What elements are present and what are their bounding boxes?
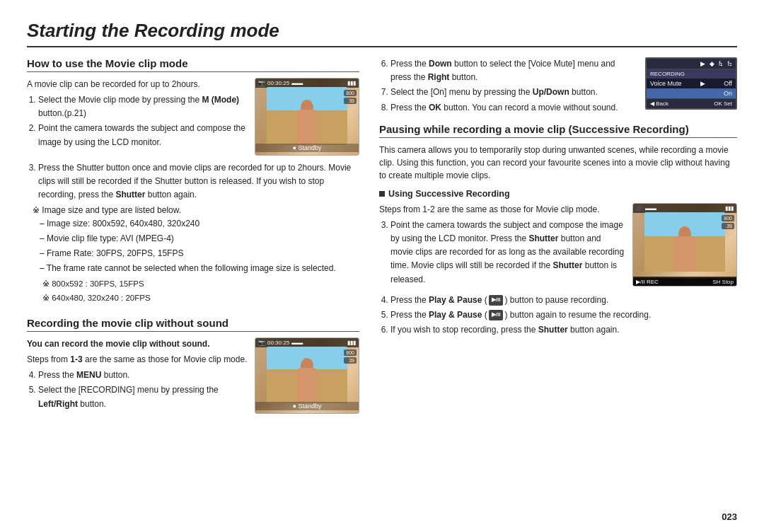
rec-play-label: ▶/II REC <box>636 279 659 285</box>
continued-steps-text: Press the Down button to select the [Voi… <box>379 57 638 116</box>
section2-steps-intro: Steps from 1-3 are the same as those for… <box>27 353 248 366</box>
rec-controls: ▶/II REC SH Stop <box>633 278 736 286</box>
section-pausing: Pausing while recording a movie clip (Su… <box>379 123 737 337</box>
note-640x480: 640x480, 320x240 : 20FPS <box>42 291 359 304</box>
person-body-2 <box>296 368 318 403</box>
rec-person-silhouette <box>644 212 725 272</box>
rec-person-body <box>674 236 695 272</box>
menu-icon-1: ▶ <box>700 60 705 67</box>
menu-screen: ▶ ◆ f₁ f₂ RECORDING Voice Mute ▶ Off On <box>645 57 737 110</box>
square-bullet-icon <box>379 191 385 197</box>
step-3: Press the Shutter button once and movie … <box>38 161 359 202</box>
pausing-steps-list: Point the camera towards the subject and… <box>379 219 625 287</box>
step-7: Select the [On] menu by pressing the Up/… <box>390 86 638 99</box>
pausing-steps-row: Steps from 1-2 are the same as those for… <box>379 203 737 288</box>
using-successive-title: Using Successive Recording <box>379 189 737 199</box>
using-successive-block: Using Successive Recording Steps from 1-… <box>379 189 737 337</box>
camera-image-1: 📷 00:30:25 ▬▬ ▮▮▮ 800 39 <box>255 78 359 156</box>
camera-standby-2: ● Standby <box>255 402 359 410</box>
camera-standby-1: ● Standby <box>255 144 359 152</box>
pausing-intro: This camera allows you to temporarily st… <box>379 144 737 182</box>
menu-icon-4: f₂ <box>727 60 732 67</box>
on-value: On <box>724 90 732 97</box>
camera-time-2: 00:30:25 <box>267 340 289 346</box>
note-frame-rate: Frame Rate: 30FPS, 20FPS, 15FPS <box>40 247 359 260</box>
frames-value-2: 39 <box>344 357 357 364</box>
section-no-sound: Recording the movie clip without sound Y… <box>27 317 359 414</box>
camera-side-icons-1: 800 39 <box>344 90 357 104</box>
resolution-value: 800 <box>344 90 357 96</box>
note-image-size: Image size: 800x592, 640x480, 320x240 <box>40 217 359 231</box>
page-title: Starting the Recording mode <box>27 20 737 47</box>
page-number: 023 <box>722 511 737 522</box>
camera-time: 00:30:25 <box>267 80 289 86</box>
rec-camera-overlay: 🎥 ▬▬ ▮▮▮ <box>633 204 736 213</box>
person-silhouette-2 <box>267 347 347 403</box>
rec-camera-battery: ▮▮▮ <box>725 205 734 212</box>
person-body <box>296 110 318 145</box>
menu-icon-2: ◆ <box>710 60 714 67</box>
step-6: Press the Down button to select the [Voi… <box>390 57 638 84</box>
rec-side-icons: 800 39 <box>722 215 734 229</box>
play-pause-button-icon-2: ▶/II <box>489 310 504 320</box>
section2-intro-text: You can record the movie clip without so… <box>27 337 248 412</box>
final-step-6: If you wish to stop recording, press the… <box>390 323 737 337</box>
note-list: Image size and type are listed below. Im… <box>27 204 359 305</box>
camera-side-icons-2: 800 39 <box>344 349 357 364</box>
section-pausing-title: Pausing while recording a movie clip (Su… <box>379 123 737 138</box>
section1-intro-row: A movie clip can be recorded for up to 2… <box>27 78 359 156</box>
final-step-4: Press the Play & Pause (▶/II) button to … <box>390 294 737 307</box>
section2-bold-intro: You can record the movie clip without so… <box>27 337 248 350</box>
rec-resolution: 800 <box>722 215 734 221</box>
camera-mode-icon: 📷 <box>258 80 265 86</box>
pausing-steps-text: Steps from 1-2 are the same as those for… <box>379 203 625 288</box>
section-movie-clip-mode: How to use the Movie clip mode A movie c… <box>27 57 359 304</box>
step-1: Select the Movie clip mode by pressing t… <box>38 93 248 120</box>
steps-6-8: Press the Down button to select the [Voi… <box>379 57 638 115</box>
camera-bar: ▬▬ <box>291 80 303 86</box>
recording-camera: 🎥 ▬▬ ▮▮▮ 800 39 <box>632 203 737 287</box>
resolution-value-2: 800 <box>344 349 357 356</box>
step-4: Press the MENU button. <box>38 369 248 382</box>
right-column: Press the Down button to select the [Voi… <box>379 57 737 427</box>
camera-mode-icon-2: 📷 <box>258 340 265 346</box>
person-silhouette-1 <box>267 87 347 145</box>
two-column-layout: How to use the Movie clip mode A movie c… <box>27 57 737 427</box>
final-step-5: Press the Play & Pause (▶/II) button aga… <box>390 308 737 322</box>
using-successive-label: Using Successive Recording <box>388 189 510 199</box>
rec-stop-label: SH Stop <box>712 279 734 285</box>
rec-camera-mode: 🎥 <box>636 205 643 212</box>
camera-battery: ▮▮▮ <box>347 80 356 86</box>
menu-row-on: On <box>647 88 736 98</box>
menu-area: Press the Down button to select the [Voi… <box>379 57 737 116</box>
section1-steps: Select the Movie clip mode by pressing t… <box>27 93 248 149</box>
section1-intro-text: A movie clip can be recorded for up to 2… <box>27 78 248 151</box>
pausing-steps-intro: Steps from 1-2 are the same as those for… <box>379 203 625 216</box>
play-pause-button-icon-1: ▶/II <box>489 295 504 306</box>
section1-title: How to use the Movie clip mode <box>27 57 359 72</box>
voice-mute-off: Off <box>724 80 732 87</box>
menu-icon-3: f₁ <box>719 60 724 67</box>
note-item: Image size and type are listed below. Im… <box>33 204 359 305</box>
pausing-step-3: Point the camera towards the subject and… <box>390 219 625 287</box>
camera-icons: 📷 00:30:25 ▬▬ <box>258 80 303 86</box>
note-file-type: Movie clip file type: AVI (MPEG-4) <box>40 232 359 245</box>
menu-screen-label: RECORDING <box>647 69 736 79</box>
note-800x592: 800x592 : 30FPS, 15FPS <box>42 277 359 290</box>
indent-list: 800x592 : 30FPS, 15FPS 640x480, 320x240 … <box>33 277 359 305</box>
rec-frames: 39 <box>722 223 734 229</box>
voice-mute-label: Voice Mute <box>650 80 682 87</box>
final-steps: Press the Play & Pause (▶/II) button to … <box>379 294 737 337</box>
section1-steps-continued: Press the Shutter button once and movie … <box>27 161 359 202</box>
sub-list: Image size: 800x592, 640x480, 320x240 Mo… <box>33 217 359 276</box>
step-8: Press the OK button. You can record a mo… <box>390 101 638 115</box>
menu-footer: ◀ Back OK Set <box>647 98 736 108</box>
note-frame-limit: The frame rate cannot be selected when t… <box>40 262 359 275</box>
section2-intro-row: You can record the movie clip without so… <box>27 337 359 414</box>
intro-para: A movie clip can be recorded for up to 2… <box>27 78 248 91</box>
step-2: Point the camera towards the subject and… <box>38 122 248 149</box>
frames-value: 39 <box>344 98 357 104</box>
camera-image-2: 📷 00:30:25 ▬▬ ▮▮▮ 800 39 <box>255 337 359 414</box>
section2-title: Recording the movie clip without sound <box>27 317 359 332</box>
rec-camera-icons: 🎥 ▬▬ <box>636 205 656 212</box>
